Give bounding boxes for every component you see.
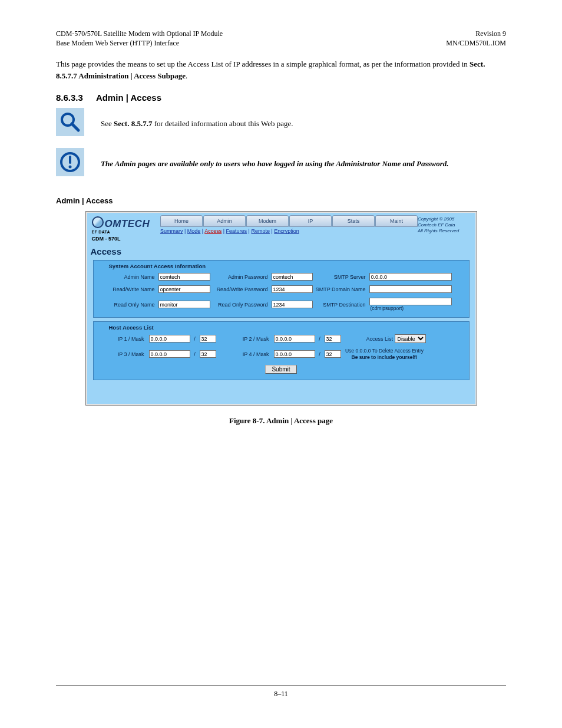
panel-head-hal: Host Access List — [94, 322, 469, 334]
ip4-slash: / — [318, 351, 322, 357]
ip1-slash: / — [193, 336, 197, 342]
intro-tail: . — [186, 71, 187, 80]
ip3-input[interactable] — [149, 350, 190, 358]
brand-model: CDM - 570L — [92, 236, 160, 242]
admin-name-input[interactable] — [158, 273, 210, 281]
tab-home[interactable]: Home — [160, 215, 203, 227]
tabs: Home Admin Modem IP Stats Maint — [160, 215, 418, 227]
smtp-server-label: SMTP Server — [314, 274, 368, 280]
ro-password-input[interactable] — [272, 301, 313, 308]
rw-password-input[interactable] — [272, 285, 313, 293]
doc-header: CDM-570/570L Satellite Modem with Option… — [56, 29, 506, 48]
brand-text: OMTECH — [105, 218, 150, 229]
svg-rect-3 — [69, 156, 71, 164]
ip3-slash: / — [193, 351, 197, 357]
section-heading: 8.6.3.3 Admin | Access — [56, 93, 506, 103]
doc-header-right-1: Revision 9 — [446, 29, 506, 39]
ip4-label: IP 4 / Mask — [219, 351, 272, 357]
subtab-mode[interactable]: Mode — [187, 228, 201, 234]
ip4-mask-input[interactable] — [325, 350, 341, 358]
globe-icon — [92, 216, 104, 228]
rw-name-label: Read/Write Name — [105, 286, 157, 292]
smtp-dest-label: SMTP Destination — [314, 302, 368, 308]
section-number: 8.6.3.3 — [56, 93, 83, 103]
admin-password-input[interactable] — [272, 273, 313, 281]
ro-name-input[interactable] — [158, 301, 210, 308]
access-list-select[interactable]: Disable — [395, 334, 426, 343]
ip4-input[interactable] — [274, 350, 315, 358]
subtab-remote[interactable]: Remote — [251, 228, 270, 234]
ip2-slash: / — [318, 336, 322, 342]
ip2-mask-input[interactable] — [325, 335, 341, 342]
subtab-features[interactable]: Features — [226, 228, 247, 234]
intro-text: This page provides the means to set up t… — [56, 60, 470, 68]
ro-password-label: Read Only Password — [211, 302, 270, 308]
intro-paragraph: This page provides the means to set up t… — [56, 58, 506, 82]
tab-maint[interactable]: Maint — [375, 215, 418, 227]
submit-button[interactable]: Submit — [265, 365, 296, 374]
section-title: Admin | Access — [96, 93, 161, 103]
ip3-mask-input[interactable] — [200, 350, 216, 358]
rw-password-label: Read/Write Password — [211, 286, 270, 292]
smtp-dest-hint: (cdmipsupport) — [369, 305, 458, 311]
smtp-domain-input[interactable] — [369, 285, 452, 293]
svg-point-4 — [69, 166, 72, 169]
ip1-input[interactable] — [149, 335, 190, 342]
screenshot: OMTECH EF DATA CDM - 570L Home Admin Mod… — [85, 211, 477, 405]
copyright: Copyright © 2005 Comtech EF Data All Rig… — [418, 215, 472, 233]
ip1-mask-input[interactable] — [200, 335, 216, 342]
note-admin-text: The Admin pages are available only to us… — [101, 159, 449, 169]
note-admin-row: The Admin pages are available only to us… — [56, 148, 506, 180]
access-list-msg: Use 0.0.0.0 To Delete Access Entry Be su… — [343, 348, 426, 360]
figure-caption: Figure 8-7. Admin | Access page — [56, 416, 506, 426]
admin-password-label: Admin Password — [211, 274, 270, 280]
ro-name-label: Read Only Name — [105, 302, 157, 308]
subhead-access: Admin | Access — [56, 196, 506, 205]
ip3-label: IP 3 / Mask — [105, 351, 147, 357]
access-list-label: Access List — [366, 336, 393, 342]
smtp-domain-label: SMTP Domain Name — [314, 286, 368, 292]
panel-head-system: System Account Access Information — [94, 261, 469, 273]
svg-line-1 — [72, 124, 78, 130]
tab-stats[interactable]: Stats — [332, 215, 375, 227]
page-title: Access — [87, 242, 475, 260]
doc-header-right-2: MN/CDM570L.IOM — [446, 39, 506, 48]
ip2-label: IP 2 / Mask — [219, 336, 272, 342]
tab-modem[interactable]: Modem — [246, 215, 289, 227]
panel-system-account: System Account Access Information Admin … — [93, 260, 470, 318]
logo: OMTECH EF DATA CDM - 570L — [92, 215, 160, 242]
doc-header-left-2: Base Modem Web Server (HTTP) Interface — [56, 39, 223, 48]
ip1-label: IP 1 / Mask — [105, 336, 147, 342]
ip2-input[interactable] — [274, 335, 315, 342]
doc-header-left-1: CDM-570/570L Satellite Modem with Option… — [56, 29, 223, 39]
subtab-encryption[interactable]: Encryption — [274, 228, 299, 234]
magnifier-icon — [56, 108, 84, 136]
subtab-access[interactable]: Access — [204, 228, 222, 234]
subtabs: Summary | Mode | Access | Features | Rem… — [160, 228, 418, 234]
alert-icon — [56, 148, 84, 176]
brand-sub: EF DATA — [92, 230, 160, 234]
page-number: 8–11 — [56, 686, 506, 699]
tab-ip[interactable]: IP — [289, 215, 332, 227]
subtab-summary[interactable]: Summary — [160, 228, 183, 234]
note-see-row: See Sect. 8.5.7.7 for detailed informati… — [56, 108, 506, 140]
admin-name-label: Admin Name — [105, 274, 157, 280]
panel-host-access-list: Host Access List IP 1 / Mask / IP 2 / Ma… — [93, 321, 470, 380]
smtp-dest-input[interactable] — [369, 298, 452, 305]
rw-name-input[interactable] — [158, 285, 210, 293]
note-see-text: See Sect. 8.5.7.7 for detailed informati… — [101, 119, 293, 129]
smtp-server-input[interactable] — [369, 273, 452, 281]
tab-admin[interactable]: Admin — [203, 215, 246, 227]
